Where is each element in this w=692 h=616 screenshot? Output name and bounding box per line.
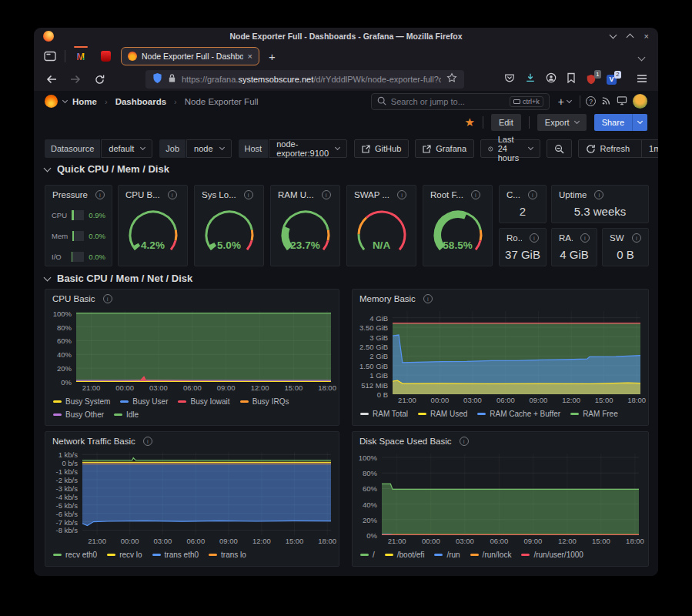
grafana-topbar: Home › Dashboards › Node Exporter Full S…	[34, 91, 658, 112]
list-all-tabs-icon[interactable]	[638, 54, 646, 62]
legend-item[interactable]: /run/user/1000	[521, 550, 583, 560]
legend-item[interactable]: Busy IRQs	[240, 397, 289, 407]
legend-item[interactable]: /	[360, 550, 375, 560]
legend-item[interactable]: RAM Cache + Buffer	[477, 409, 560, 419]
pocket-icon[interactable]	[504, 72, 515, 86]
cpu-basic-chart[interactable]	[76, 311, 331, 382]
grafana-link-button[interactable]: Grafana	[415, 139, 474, 158]
share-menu-button[interactable]	[632, 114, 647, 131]
info-icon[interactable]	[143, 437, 152, 446]
new-tab-button[interactable]: +	[269, 50, 276, 63]
org-switcher-chevron-icon[interactable]	[62, 97, 68, 102]
forward-button[interactable]	[67, 71, 84, 88]
datasource-select[interactable]: default	[101, 139, 152, 158]
host-select[interactable]: node-exporter:9100	[269, 139, 347, 158]
legend-item[interactable]: Busy User	[120, 397, 168, 407]
ublock-extension-icon[interactable]: 1	[586, 74, 597, 85]
url-bar[interactable]: https://grafana.systemsobscure.net/d/rYd…	[145, 70, 464, 89]
disk-basic-chart[interactable]	[382, 454, 639, 535]
help-icon[interactable]	[586, 96, 596, 106]
info-icon[interactable]	[244, 190, 253, 199]
info-icon[interactable]	[594, 190, 603, 199]
info-icon[interactable]	[322, 190, 331, 199]
monitor-icon[interactable]	[617, 95, 627, 109]
news-rss-icon[interactable]	[601, 95, 611, 109]
edit-button[interactable]: Edit	[491, 114, 521, 131]
url-text[interactable]: https://grafana.systemsobscure.net/d/rYd…	[182, 75, 441, 84]
section-quick-cpu[interactable]: Quick CPU / Mem / Disk	[45, 163, 169, 175]
search-input[interactable]: Search or jump to... ctrl+k	[371, 93, 550, 110]
info-icon[interactable]	[397, 190, 406, 199]
lock-icon[interactable]	[168, 72, 176, 86]
info-icon[interactable]	[95, 190, 105, 199]
window-titlebar: Node Exporter Full - Dashboards - Grafan…	[34, 28, 658, 45]
user-avatar[interactable]	[633, 94, 647, 109]
network-basic-chart[interactable]	[82, 452, 331, 535]
legend-item[interactable]: trans lo	[209, 550, 246, 560]
info-icon[interactable]	[460, 437, 469, 446]
legend-swatch	[521, 554, 530, 556]
firefox-view-icon[interactable]	[42, 48, 59, 65]
panel-root-fs: Root F... 58.5%	[423, 185, 493, 266]
time-range-picker[interactable]: Last 24 hours	[480, 139, 540, 158]
legend-item[interactable]: Busy Other	[53, 410, 104, 420]
vimium-extension-icon[interactable]: V 2	[607, 75, 617, 85]
legend-item[interactable]: recv eth0	[53, 550, 97, 560]
back-button[interactable]	[43, 71, 60, 88]
gauge-value: N/A	[347, 239, 416, 251]
breadcrumb-home[interactable]: Home	[72, 97, 97, 106]
breadcrumb-dashboards[interactable]: Dashboards	[115, 97, 166, 106]
account-icon[interactable]	[546, 72, 557, 86]
downloads-icon[interactable]	[525, 72, 536, 86]
breadcrumb-current: Node Exporter Full	[185, 97, 259, 106]
refresh-interval-select[interactable]: 1m	[641, 140, 658, 157]
job-select[interactable]: node	[186, 139, 231, 158]
new-menu-button[interactable]: +	[555, 95, 574, 108]
grafana-favicon	[128, 52, 137, 61]
zoom-out-button[interactable]	[547, 139, 572, 158]
info-icon[interactable]	[632, 233, 641, 243]
favorite-star-icon[interactable]: ★	[464, 116, 474, 128]
legend-item[interactable]: trans eth0	[152, 550, 199, 560]
info-icon[interactable]	[580, 233, 590, 243]
legend-item[interactable]: RAM Free	[570, 409, 618, 419]
window-close-button[interactable]: ×	[644, 32, 649, 41]
legend-item[interactable]: Idle	[114, 410, 139, 420]
reload-button[interactable]	[91, 71, 108, 88]
tab-close-icon[interactable]: ×	[248, 52, 252, 61]
bookmark-star-icon[interactable]	[446, 72, 457, 86]
legend-item[interactable]: RAM Total	[360, 409, 408, 419]
info-icon[interactable]	[103, 294, 112, 303]
y-tick-label: -8 kb/s	[55, 526, 78, 534]
menu-hamburger-icon[interactable]	[637, 72, 647, 86]
window-maximize-button[interactable]	[626, 34, 633, 42]
legend-item[interactable]: /run	[434, 550, 460, 560]
y-tick-label: 2 GiB	[369, 352, 388, 360]
info-icon[interactable]	[528, 190, 537, 199]
info-icon[interactable]	[471, 190, 480, 199]
legend-item[interactable]: RAM Used	[418, 409, 467, 419]
grafana-logo-icon[interactable]	[45, 95, 58, 108]
export-button[interactable]: Export	[537, 114, 587, 131]
active-tab[interactable]: Node Exporter Full - Dashbo ×	[121, 47, 259, 65]
legend-item[interactable]: /boot/efi	[385, 550, 425, 560]
info-icon[interactable]	[530, 233, 539, 243]
github-link-button[interactable]: GitHub	[354, 139, 409, 158]
share-button[interactable]: Share	[594, 114, 632, 131]
refresh-button[interactable]: Refresh	[579, 140, 637, 157]
legend-item[interactable]: recv lo	[107, 550, 142, 560]
legend-item[interactable]: /run/lock	[470, 550, 512, 560]
pinned-tab-gmail[interactable]: M	[72, 46, 90, 66]
section-basic-cpu[interactable]: Basic CPU / Mem / Net / Disk	[45, 273, 192, 284]
info-icon[interactable]	[423, 294, 433, 303]
shield-icon[interactable]	[152, 72, 162, 87]
info-icon[interactable]	[168, 190, 177, 199]
bookmark-flag-icon[interactable]	[567, 72, 576, 86]
memory-basic-chart[interactable]	[393, 311, 640, 394]
legend-item[interactable]: Busy Iowait	[178, 397, 229, 407]
pinned-tab-red-app[interactable]	[96, 46, 115, 66]
x-tick-label: 09:00	[217, 383, 236, 392]
legend-item[interactable]: Busy System	[53, 397, 110, 407]
tab-title: Node Exporter Full - Dashbo	[142, 52, 243, 61]
window-minimize-button[interactable]	[609, 32, 617, 39]
